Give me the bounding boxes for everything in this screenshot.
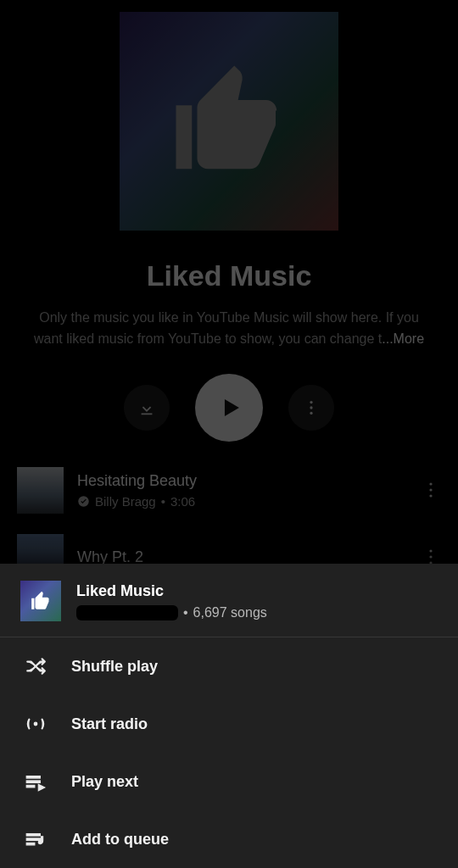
bottom-sheet: Liked Music • 6,697 songs Shuffle play S… <box>0 564 458 868</box>
track-info: Hesitating Beauty Billy Bragg•3:06 <box>77 472 407 509</box>
verified-icon <box>77 495 90 508</box>
menu-item-label: Start radio <box>71 715 148 733</box>
menu-start-radio[interactable]: Start radio <box>0 695 458 753</box>
playlist-actions <box>124 374 334 442</box>
radio-icon <box>24 712 47 736</box>
svg-point-8 <box>429 555 432 558</box>
thumbs-up-icon <box>30 590 52 612</box>
svg-point-10 <box>34 722 38 726</box>
svg-rect-16 <box>26 843 35 845</box>
menu-add-to-queue[interactable]: Add to queue <box>0 810 458 868</box>
menu-item-label: Add to queue <box>71 831 169 849</box>
more-link[interactable]: ...More <box>382 331 424 346</box>
more-vert-icon <box>302 398 321 417</box>
sheet-subtitle: • 6,697 songs <box>76 605 438 620</box>
track-title: Hesitating Beauty <box>77 472 407 490</box>
track-subtitle: Billy Bragg•3:06 <box>77 494 407 509</box>
play-next-icon <box>24 770 47 793</box>
svg-point-0 <box>310 401 312 403</box>
menu-shuffle-play[interactable]: Shuffle play <box>0 637 458 695</box>
track-more-icon[interactable] <box>421 480 441 500</box>
playlist-title: Liked Music <box>147 259 312 292</box>
playlist-cover <box>120 12 338 231</box>
svg-point-2 <box>310 411 312 414</box>
thumbs-up-icon <box>165 58 293 185</box>
svg-rect-15 <box>26 838 40 841</box>
sheet-header: Liked Music • 6,697 songs <box>0 564 458 637</box>
sheet-cover <box>20 581 61 621</box>
add-queue-icon <box>24 827 47 851</box>
overflow-button[interactable] <box>288 385 334 431</box>
svg-rect-12 <box>26 781 40 783</box>
svg-rect-13 <box>26 785 35 787</box>
track-row[interactable]: Hesitating Beauty Billy Bragg•3:06 <box>17 467 441 514</box>
sheet-count: 6,697 songs <box>193 605 267 620</box>
svg-point-5 <box>429 488 432 491</box>
play-icon <box>216 393 245 422</box>
menu-item-label: Play next <box>71 773 138 791</box>
download-button[interactable] <box>124 385 170 431</box>
sheet-title: Liked Music <box>76 582 438 600</box>
play-button[interactable] <box>195 374 263 442</box>
svg-rect-14 <box>26 834 40 837</box>
svg-point-6 <box>429 494 432 497</box>
menu-play-next[interactable]: Play next <box>0 753 458 810</box>
menu-item-label: Shuffle play <box>71 658 158 676</box>
sheet-owner-redacted <box>76 605 178 620</box>
playlist-description: Only the music you like in YouTube Music… <box>0 308 458 350</box>
svg-point-4 <box>429 482 432 485</box>
svg-rect-11 <box>26 776 40 779</box>
svg-point-7 <box>429 549 432 552</box>
track-thumbnail <box>17 467 64 514</box>
download-icon <box>137 398 156 417</box>
shuffle-icon <box>24 654 47 678</box>
svg-point-1 <box>310 406 312 409</box>
